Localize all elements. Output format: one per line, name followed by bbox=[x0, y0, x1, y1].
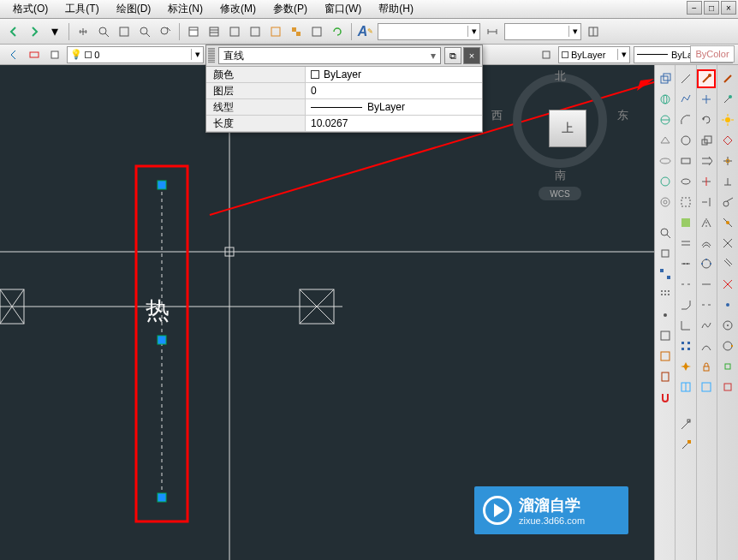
mirror-icon[interactable] bbox=[697, 213, 716, 232]
properties-panel[interactable]: 直线 ▾ ⧉ × 颜色 ByLayer 图层 0 线型 ByLayer bbox=[205, 45, 483, 133]
lengthen-tool-icon[interactable] bbox=[697, 69, 716, 88]
chamfer-icon[interactable] bbox=[676, 295, 695, 314]
globe-icon[interactable] bbox=[656, 90, 675, 109]
layer-prev-icon[interactable] bbox=[4, 45, 23, 64]
copy-icon[interactable] bbox=[656, 69, 675, 88]
apparent-icon[interactable] bbox=[718, 234, 737, 253]
offset-icon[interactable] bbox=[697, 234, 716, 253]
circle-icon[interactable] bbox=[676, 131, 695, 150]
node-icon[interactable] bbox=[718, 295, 737, 314]
center-icon[interactable] bbox=[718, 316, 737, 335]
zoom-prev-icon[interactable] bbox=[156, 22, 175, 41]
sun-icon[interactable] bbox=[718, 110, 737, 129]
wcs-badge[interactable]: WCS bbox=[539, 187, 581, 200]
extend-icon[interactable] bbox=[697, 193, 716, 211]
entity-type-combo[interactable]: 直线 ▾ bbox=[218, 47, 441, 64]
osnap2-icon[interactable] bbox=[718, 378, 737, 396]
viewmgr-icon[interactable] bbox=[697, 378, 716, 396]
forward-icon[interactable] bbox=[25, 22, 44, 41]
diamond-icon[interactable] bbox=[718, 131, 737, 150]
menu-help[interactable]: 帮助(H) bbox=[370, 0, 422, 18]
proj-icon[interactable] bbox=[656, 131, 675, 150]
point-icon[interactable] bbox=[656, 306, 675, 325]
text-style-combo[interactable]: ▾ bbox=[378, 23, 480, 40]
menu-params[interactable]: 参数(P) bbox=[265, 0, 316, 18]
tangent-icon[interactable] bbox=[718, 193, 737, 211]
view-cube[interactable]: 上 北 南 东 西 WCS bbox=[509, 74, 611, 194]
layer-match-icon[interactable] bbox=[25, 45, 44, 64]
pedit-icon[interactable] bbox=[676, 415, 695, 434]
zoom-window-icon[interactable] bbox=[115, 22, 134, 41]
layers-icon[interactable] bbox=[205, 22, 223, 41]
divide-icon[interactable] bbox=[676, 254, 695, 273]
zoom-extents-icon[interactable] bbox=[135, 22, 154, 41]
lockview-icon[interactable] bbox=[697, 357, 716, 376]
curve-icon[interactable] bbox=[697, 337, 716, 355]
fillet-icon[interactable] bbox=[676, 316, 695, 335]
hatch-icon[interactable] bbox=[676, 213, 695, 232]
paste-icon[interactable] bbox=[656, 367, 675, 386]
clip-icon[interactable] bbox=[676, 193, 695, 211]
origin-icon[interactable] bbox=[718, 152, 737, 170]
grid-icon[interactable] bbox=[225, 22, 244, 41]
panel-grip-icon[interactable] bbox=[208, 48, 215, 63]
mline-icon[interactable] bbox=[676, 234, 695, 253]
tool-palettes-icon[interactable] bbox=[246, 22, 265, 41]
trim-icon[interactable] bbox=[697, 172, 716, 191]
blocks-icon[interactable] bbox=[287, 22, 306, 41]
menu-window[interactable]: 窗口(W) bbox=[316, 0, 370, 18]
explode-icon[interactable] bbox=[676, 357, 695, 376]
bycolor-button[interactable]: ByColor bbox=[690, 45, 735, 63]
menu-draw[interactable]: 绘图(D) bbox=[108, 0, 160, 18]
menu-modify[interactable]: 修改(M) bbox=[211, 0, 265, 18]
close-button[interactable]: × bbox=[721, 1, 736, 15]
undo-dropdown-icon[interactable]: ▾ bbox=[45, 22, 64, 41]
zoom-rt-icon[interactable] bbox=[656, 223, 675, 242]
parallel-icon[interactable] bbox=[718, 254, 737, 273]
stretch-icon[interactable] bbox=[697, 152, 716, 170]
arraypolar-icon[interactable] bbox=[697, 254, 716, 273]
plan-icon[interactable] bbox=[656, 347, 675, 366]
break-icon[interactable] bbox=[676, 275, 695, 294]
pan-icon[interactable] bbox=[74, 22, 92, 41]
move-icon[interactable] bbox=[697, 90, 716, 109]
quickselect-icon[interactable]: ⧉ bbox=[444, 47, 461, 64]
menu-annotate[interactable]: 标注(N) bbox=[159, 0, 211, 18]
arc-icon[interactable] bbox=[676, 110, 695, 129]
perp-icon[interactable] bbox=[718, 172, 737, 191]
ellipse-icon[interactable] bbox=[656, 152, 675, 170]
view-cube-top[interactable]: 上 bbox=[549, 110, 586, 147]
donut-icon[interactable] bbox=[656, 193, 675, 211]
back-icon[interactable] bbox=[4, 22, 23, 41]
snapgrid-icon[interactable] bbox=[656, 285, 675, 304]
dim-style-combo[interactable]: ▾ bbox=[504, 23, 581, 40]
join-icon[interactable] bbox=[697, 275, 716, 294]
spline-icon[interactable] bbox=[697, 316, 716, 335]
menu-format[interactable]: 格式(O) bbox=[4, 0, 57, 18]
zoom-in-icon[interactable] bbox=[94, 22, 113, 41]
grips-icon[interactable] bbox=[656, 265, 675, 283]
drawing-canvas[interactable]: 热 上 北 南 东 西 WCS 溜溜自学 zixue.3d66.com bbox=[0, 65, 654, 560]
layer-square-icon[interactable] bbox=[45, 45, 64, 64]
brush-icon[interactable] bbox=[718, 69, 737, 88]
dim-style-icon[interactable] bbox=[483, 22, 502, 41]
osnap-icon[interactable] bbox=[718, 357, 737, 376]
scale-icon[interactable] bbox=[697, 131, 716, 150]
refresh-icon[interactable] bbox=[328, 22, 347, 41]
maximize-button[interactable]: □ bbox=[704, 1, 719, 15]
prop-length-value[interactable]: 10.0267 bbox=[306, 116, 482, 131]
magnet-icon[interactable] bbox=[656, 388, 675, 407]
color-combo[interactable]: ByLayer ▾ bbox=[558, 46, 630, 63]
prop-color-value[interactable]: ByLayer bbox=[306, 67, 482, 82]
quadrant-icon[interactable] bbox=[718, 337, 737, 355]
panel-close-icon[interactable]: × bbox=[463, 47, 480, 64]
pickbox-icon[interactable] bbox=[656, 244, 675, 263]
minimize-button[interactable]: − bbox=[687, 1, 702, 15]
eyedrop-icon[interactable] bbox=[718, 90, 737, 109]
menu-tools[interactable]: 工具(T) bbox=[57, 0, 107, 18]
calc-icon[interactable] bbox=[307, 22, 326, 41]
ellipse2-icon[interactable] bbox=[676, 172, 695, 191]
array-icon[interactable] bbox=[676, 337, 695, 355]
text-style-icon[interactable]: A✎ bbox=[356, 22, 375, 41]
refmgr-icon[interactable] bbox=[266, 22, 285, 41]
